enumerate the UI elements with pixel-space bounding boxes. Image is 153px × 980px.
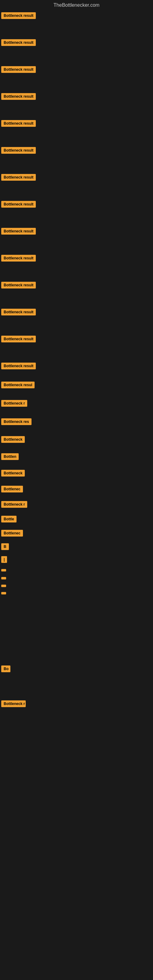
bottleneck-badge[interactable] <box>1 585 6 587</box>
bottleneck-row <box>0 575 153 581</box>
bottleneck-row: Bottleneck result <box>0 172 153 183</box>
bottleneck-badge[interactable]: B <box>1 543 9 550</box>
bottleneck-row: Bottleneck r <box>0 398 153 409</box>
bottleneck-badge[interactable]: Bottleneck result <box>1 147 36 154</box>
bottleneck-badge[interactable]: Bottleneck result <box>1 66 36 73</box>
bottleneck-badge[interactable]: Bottlenec <box>1 486 23 492</box>
bottleneck-row: Bottleneck result <box>0 118 153 129</box>
bottleneck-badge[interactable]: Bo <box>1 665 10 672</box>
bottleneck-list: Bottleneck resultBottleneck resultBottle… <box>0 10 153 709</box>
bottleneck-badge[interactable]: Bottleneck result <box>1 309 36 315</box>
bottleneck-badge[interactable]: Bottle <box>1 516 16 522</box>
bottleneck-row: Bottleneck result <box>0 280 153 290</box>
bottleneck-badge[interactable]: Bottlen <box>1 453 19 460</box>
bottleneck-row: Bottleneck <box>0 434 153 445</box>
bottleneck-badge[interactable]: Bottleneck result <box>1 255 36 261</box>
bottleneck-row: Bottleneck <box>0 468 153 478</box>
bottleneck-badge[interactable]: Bottleneck result <box>1 174 36 181</box>
bottleneck-row: Bottleneck result <box>0 253 153 263</box>
bottleneck-row: Bottlenec <box>0 528 153 538</box>
bottleneck-badge[interactable]: | <box>1 556 7 563</box>
bottleneck-row: Bottleneck result <box>0 199 153 210</box>
bottleneck-badge[interactable]: Bottlenec <box>1 530 23 536</box>
bottleneck-badge[interactable]: Bottleneck r <box>1 501 27 508</box>
bottleneck-row: Bottlenec <box>0 484 153 494</box>
bottleneck-row: Bottleneck result <box>0 307 153 317</box>
bottleneck-row <box>0 590 153 596</box>
bottleneck-row: B <box>0 541 153 552</box>
bottleneck-badge[interactable]: Bottleneck result <box>1 282 36 288</box>
bottleneck-row: Bottleneck result <box>0 334 153 344</box>
bottleneck-row: Bottleneck result <box>0 226 153 236</box>
bottleneck-row: Bottleneck res <box>0 417 153 427</box>
bottleneck-badge[interactable]: Bottleneck r <box>1 400 27 407</box>
bottleneck-badge[interactable]: Bottleneck result <box>1 12 36 19</box>
bottleneck-row: | <box>0 554 153 565</box>
bottleneck-badge[interactable]: Bottleneck r <box>1 700 26 707</box>
bottleneck-row <box>0 567 153 573</box>
bottleneck-row <box>0 583 153 589</box>
bottleneck-row: Bottle <box>0 514 153 524</box>
bottleneck-row: Bottleneck r <box>0 499 153 510</box>
bottleneck-badge[interactable]: Bottleneck <box>1 470 25 477</box>
bottleneck-badge[interactable]: Bottleneck result <box>1 363 36 369</box>
bottleneck-badge[interactable]: Bottleneck result <box>1 336 36 342</box>
site-title: TheBottlenecker.com <box>0 0 153 10</box>
bottleneck-badge[interactable]: Bottleneck result <box>1 39 36 46</box>
bottleneck-badge[interactable]: Bottleneck res <box>1 418 32 425</box>
bottleneck-badge[interactable]: Bottleneck result <box>1 201 36 208</box>
bottleneck-badge[interactable] <box>1 592 6 595</box>
bottleneck-badge[interactable]: Bottleneck result <box>1 120 36 127</box>
bottleneck-badge[interactable]: Bottleneck result <box>1 228 36 235</box>
bottleneck-row: Bottleneck result <box>0 37 153 48</box>
bottleneck-row: Bottlen <box>0 452 153 462</box>
bottleneck-row: Bo <box>0 663 153 674</box>
bottleneck-badge[interactable] <box>1 577 6 579</box>
bottleneck-badge[interactable]: Bottleneck resul <box>1 382 35 388</box>
bottleneck-row: Bottleneck result <box>0 145 153 156</box>
bottleneck-row: Bottleneck r <box>0 698 153 709</box>
bottleneck-row: Bottleneck result <box>0 361 153 371</box>
bottleneck-row: Bottleneck result <box>0 10 153 21</box>
bottleneck-badge[interactable]: Bottleneck result <box>1 93 36 100</box>
bottleneck-badge[interactable]: Bottleneck <box>1 436 25 443</box>
bottleneck-row: Bottleneck result <box>0 91 153 102</box>
bottleneck-badge[interactable] <box>1 569 6 571</box>
bottleneck-row: Bottleneck resul <box>0 380 153 390</box>
bottleneck-row: Bottleneck result <box>0 64 153 75</box>
